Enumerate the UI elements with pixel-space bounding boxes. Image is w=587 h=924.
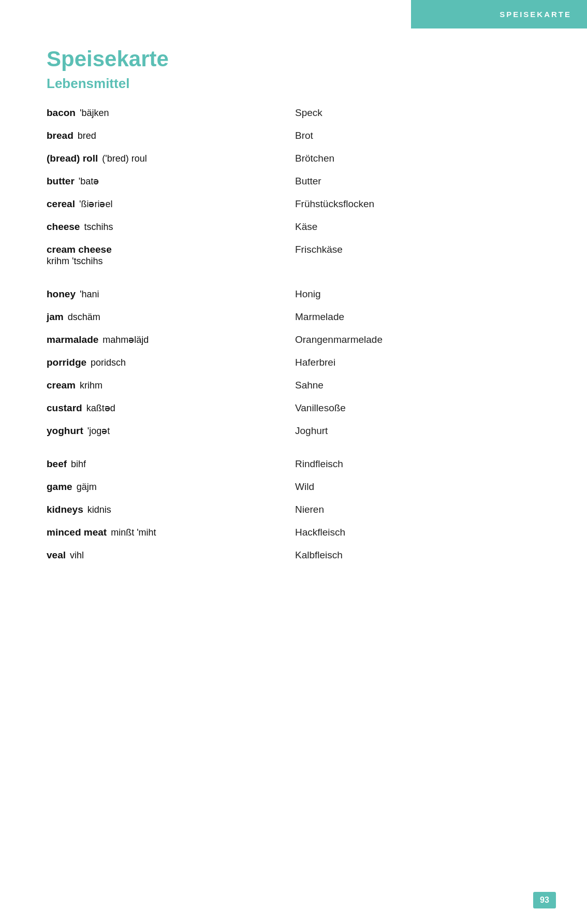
entry-word: butter [47, 176, 75, 186]
entry-translation: Kalbfleisch [295, 550, 540, 561]
page-content: Speisekarte Lebensmittel bacon'bäjkenSpe… [0, 0, 587, 608]
entry-translation: Brötchen [295, 153, 540, 164]
entry-translation: Frühstücksflocken [295, 198, 540, 210]
entry-word: bread [47, 130, 74, 141]
entry-pronunciation: tschihs [84, 222, 113, 232]
page-title: Speisekarte [47, 47, 540, 71]
entry-translation: Käse [295, 221, 540, 233]
entry-left: kidneyskidnis [47, 504, 295, 515]
entry-translation: Rindfleisch [295, 458, 540, 470]
entry-translation: Wild [295, 481, 540, 493]
entry-pronunciation: 'jogət [87, 426, 110, 436]
entry-left: porridgeporidsch [47, 357, 295, 368]
entry-word: cereal [47, 198, 75, 209]
entry-word: veal [47, 550, 66, 560]
vocab-entry: creamkrihmSahne [47, 380, 540, 391]
vocab-entry: honey'haniHonig [47, 288, 540, 300]
entry-left: gamegäjm [47, 481, 295, 493]
entry-pronunciation: 'bäjken [80, 108, 109, 118]
entry-translation: Vanillesoße [295, 402, 540, 414]
vocab-section: bacon'bäjkenSpeckbreadbredBrot(bread) ro… [47, 107, 540, 561]
entry-translation: Brot [295, 130, 540, 141]
entry-left: beefbihf [47, 458, 295, 470]
entry-word: beef [47, 458, 67, 469]
entry-translation: Joghurt [295, 425, 540, 437]
entry-pronunciation: minßt 'miht [111, 527, 156, 538]
entry-pronunciation: 'ßiəriəel [79, 199, 112, 209]
vocab-entry: cheesetschihsKäse [47, 221, 540, 233]
entry-pronunciation: 'hani [80, 289, 99, 299]
entry-pronunciation: ('bred) roul [102, 153, 146, 164]
entry-pronunciation: dschäm [68, 312, 100, 322]
vocab-entry: beefbihfRindfleisch [47, 458, 540, 470]
page-number-text: 93 [540, 896, 549, 905]
divider [47, 448, 540, 458]
vocab-entry: cream cheesekrihm 'tschihsFrischkäse [47, 244, 540, 267]
entry-pronunciation: bihf [71, 459, 86, 469]
entry-word: cream [47, 380, 76, 391]
entry-left: cereal'ßiəriəel [47, 198, 295, 210]
entry-translation: Haferbrei [295, 357, 540, 368]
entry-pronunciation: krihm 'tschihs [47, 256, 295, 267]
entry-left: honey'hani [47, 288, 295, 300]
entry-left: breadbred [47, 130, 295, 141]
entry-word: bacon [47, 107, 76, 118]
entry-word: custard [47, 402, 82, 413]
entry-word: marmalade [47, 334, 98, 345]
entry-translation: Speck [295, 107, 540, 119]
entry-pronunciation: 'batə [79, 176, 99, 186]
entry-word: yoghurt [47, 425, 83, 436]
entry-word: game [47, 481, 72, 492]
entry-left: (bread) roll('bred) roul [47, 153, 295, 164]
entry-word: honey [47, 288, 76, 299]
vocab-entry: custardkaßtədVanillesoße [47, 402, 540, 414]
entry-left: butter'batə [47, 176, 295, 187]
vocab-entry: cereal'ßiəriəelFrühstücksflocken [47, 198, 540, 210]
entry-translation: Nieren [295, 504, 540, 515]
entry-left: creamkrihm [47, 380, 295, 391]
entry-pronunciation: gäjm [77, 482, 97, 492]
entry-left: cheesetschihs [47, 221, 295, 233]
entry-word: (bread) roll [47, 153, 98, 164]
vocab-entry: jamdschämMarmelade [47, 311, 540, 323]
vocab-entry: gamegäjmWild [47, 481, 540, 493]
vocab-entry: bacon'bäjkenSpeck [47, 107, 540, 119]
top-bar: SPEISEKARTE [411, 0, 587, 28]
entry-left: custardkaßtəd [47, 402, 295, 414]
entry-translation: Orangenmarmelade [295, 334, 540, 345]
vocab-entry: minced meatminßt 'mihtHackfleisch [47, 527, 540, 538]
vocab-entry: yoghurt'jogətJoghurt [47, 425, 540, 437]
entry-left: vealvihl [47, 550, 295, 561]
entry-pronunciation: poridsch [91, 357, 126, 368]
vocab-entry: breadbredBrot [47, 130, 540, 141]
section-heading: Lebensmittel [47, 76, 540, 92]
top-bar-label: SPEISEKARTE [500, 10, 571, 19]
entry-left: bacon'bäjken [47, 107, 295, 119]
divider [47, 278, 540, 288]
entry-pronunciation: kidnis [87, 504, 111, 515]
vocab-entry: (bread) roll('bred) roulBrötchen [47, 153, 540, 164]
entry-word: cheese [47, 221, 80, 232]
entry-translation: Marmelade [295, 311, 540, 323]
entry-word: jam [47, 311, 64, 322]
vocab-entry: porridgeporidschHaferbrei [47, 357, 540, 368]
entry-word: kidneys [47, 504, 83, 515]
page-number: 93 [533, 892, 556, 908]
entry-pronunciation: bred [78, 131, 96, 141]
vocab-entry: butter'batəButter [47, 176, 540, 187]
entry-translation: Frischkäse [295, 244, 540, 255]
vocab-entry: marmalademahməläjdOrangenmarmelade [47, 334, 540, 345]
entry-word: minced meat [47, 527, 107, 538]
entry-left: minced meatminßt 'miht [47, 527, 295, 538]
entry-pronunciation: vihl [70, 550, 84, 560]
entry-translation: Sahne [295, 380, 540, 391]
entry-translation: Butter [295, 176, 540, 187]
entry-pronunciation: kaßtəd [86, 403, 115, 413]
vocab-entry: vealvihlKalbfleisch [47, 550, 540, 561]
entry-translation: Hackfleisch [295, 527, 540, 538]
entry-left: yoghurt'jogət [47, 425, 295, 437]
entry-left: jamdschäm [47, 311, 295, 323]
entry-word: cream cheese [47, 244, 112, 255]
entry-pronunciation: krihm [80, 380, 102, 391]
vocab-entry: kidneyskidnisNieren [47, 504, 540, 515]
